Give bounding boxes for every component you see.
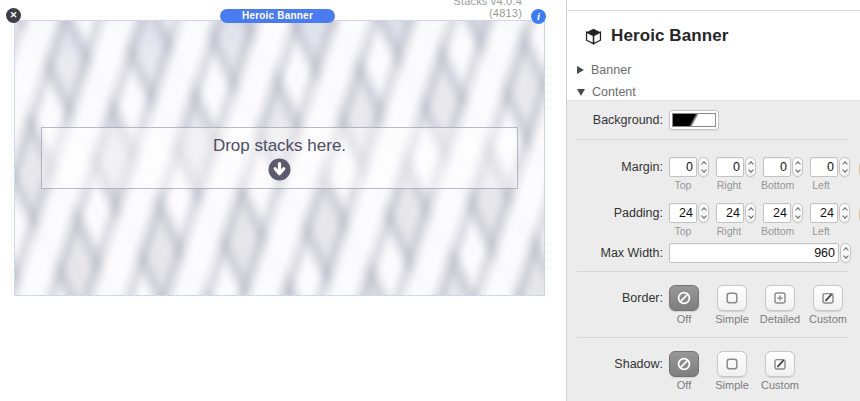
background-row: Background: [567, 110, 860, 130]
separator [577, 139, 848, 140]
padding-left-stepper[interactable] [839, 203, 850, 223]
shadow-option-labels: Off Simple Custom [669, 379, 813, 391]
panel-divider-line [567, 10, 860, 11]
shadow-custom-button[interactable] [765, 351, 795, 377]
margin-row: Margin: px [567, 157, 860, 177]
margin-left-stepper[interactable] [839, 157, 850, 177]
inspector-header: Heroic Banner [584, 26, 729, 46]
separator [577, 337, 848, 338]
square-icon [724, 356, 740, 372]
background-gradient-well[interactable] [669, 110, 719, 130]
chevron-right-icon [577, 66, 584, 74]
border-off-button[interactable] [669, 285, 699, 311]
margin-right-input[interactable] [716, 157, 744, 177]
border-simple-button[interactable] [717, 285, 747, 311]
margin-bottom-stepper[interactable] [792, 157, 803, 177]
square-icon [724, 290, 740, 306]
off-icon [676, 290, 692, 306]
max-width-input[interactable] [669, 243, 839, 263]
stack-cube-icon [584, 27, 603, 46]
drop-arrow-icon [268, 158, 291, 181]
padding-top-stepper[interactable] [698, 203, 709, 223]
gradient-preview [672, 113, 716, 127]
inspector-title: Heroic Banner [611, 26, 729, 46]
off-icon [676, 356, 692, 372]
stacks-version-label: Stacks v4.0.4 (4813) [430, 0, 522, 19]
stacks-editor-window: Stacks v4.0.4 (4813) Drop stacks here. ✕… [0, 0, 860, 401]
padding-row: Padding: px [567, 203, 860, 223]
shadow-off-button[interactable] [669, 351, 699, 377]
border-row: Border: [567, 285, 860, 311]
padding-bottom-stepper[interactable] [792, 203, 803, 223]
inspector-panel: Heroic Banner Banner Content Background:… [566, 0, 860, 401]
margin-bottom-input[interactable] [763, 157, 791, 177]
shadow-simple-button[interactable] [717, 351, 747, 377]
dropzone[interactable]: Drop stacks here. [41, 127, 518, 189]
shadow-row: Shadow: [567, 351, 860, 377]
square-plus-icon [772, 290, 788, 306]
chevron-down-icon [577, 89, 585, 96]
margin-sublabels: Top Right Bottom Left [669, 179, 860, 191]
stack-badge[interactable]: Heroic Banner [220, 9, 335, 23]
padding-top-input[interactable] [669, 203, 697, 223]
edit-icon [772, 356, 788, 372]
padding-bottom-input[interactable] [763, 203, 791, 223]
dropzone-text: Drop stacks here. [213, 136, 346, 156]
group-banner[interactable]: Banner [577, 62, 631, 78]
close-button[interactable]: ✕ [6, 8, 21, 23]
border-option-labels: Off Simple Detailed Custom [669, 313, 860, 325]
edit-icon [820, 290, 836, 306]
info-button[interactable]: i [531, 9, 546, 24]
margin-top-stepper[interactable] [698, 157, 709, 177]
border-detailed-button[interactable] [765, 285, 795, 311]
separator [577, 271, 848, 272]
padding-right-input[interactable] [716, 203, 744, 223]
max-width-row: Max Width: px [567, 243, 860, 263]
padding-left-input[interactable] [810, 203, 838, 223]
content-settings: Background: Margin: px Top Right Bottom … [567, 100, 860, 401]
margin-right-stepper[interactable] [745, 157, 756, 177]
margin-top-input[interactable] [669, 157, 697, 177]
max-width-stepper[interactable] [840, 243, 851, 263]
padding-right-stepper[interactable] [745, 203, 756, 223]
padding-sublabels: Top Right Bottom Left [669, 225, 860, 237]
border-custom-button[interactable] [813, 285, 843, 311]
edit-canvas: Stacks v4.0.4 (4813) Drop stacks here. ✕… [0, 0, 566, 401]
margin-left-input[interactable] [810, 157, 838, 177]
heroic-banner-stack[interactable]: Drop stacks here. [14, 20, 545, 296]
group-content[interactable]: Content [577, 84, 636, 100]
